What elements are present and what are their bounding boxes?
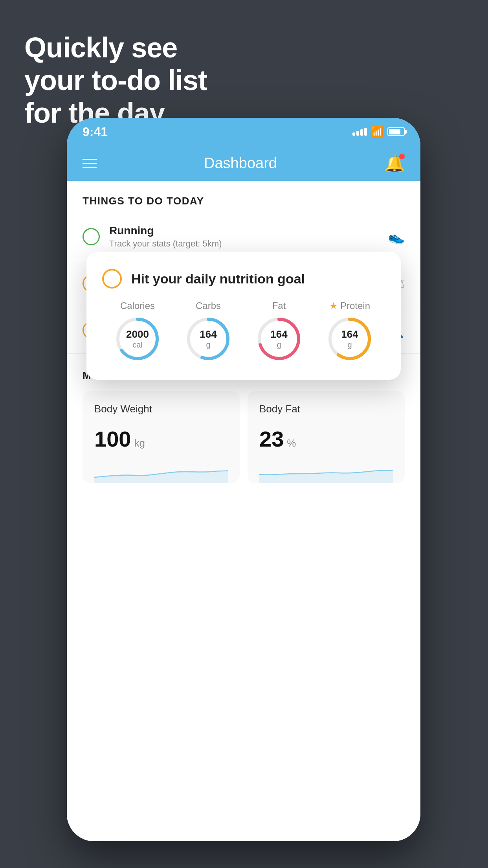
signal-bar-2	[356, 131, 359, 136]
protein-unit: g	[341, 340, 358, 349]
nutrition-fat-circle: 164 g	[255, 315, 303, 362]
headline-line2: your to-do list	[24, 64, 207, 96]
protein-value: 164	[341, 328, 358, 340]
signal-bars-icon	[352, 128, 367, 136]
header-title: Dashboard	[204, 155, 277, 172]
carbs-unit: g	[200, 340, 216, 349]
calories-unit: cal	[126, 340, 149, 349]
wifi-icon: 📶	[371, 126, 383, 138]
progress-card-fat[interactable]: Body Fat 23 %	[248, 391, 405, 483]
progress-card-fat-title: Body Fat	[259, 403, 393, 415]
progress-card-weight-title: Body Weight	[94, 403, 228, 415]
nutrition-calories-label: Calories	[120, 300, 155, 311]
shoe-icon: 👟	[388, 229, 405, 245]
status-time: 9:41	[83, 125, 108, 139]
weight-chart-svg	[94, 460, 228, 483]
progress-weight-unit: kg	[134, 437, 145, 449]
nutrition-card[interactable]: Hit your daily nutrition goal Calories 2…	[86, 252, 401, 380]
nutrition-protein-label-wrap: ★ Protein	[329, 300, 370, 311]
nutrition-carbs-label: Carbs	[196, 300, 221, 311]
nutrition-calories: Calories 2000 cal	[114, 300, 161, 362]
nutrition-circle-check	[102, 269, 122, 289]
protein-circle-text: 164 g	[341, 328, 358, 349]
todo-text-running: Running Track your stats (target: 5km)	[109, 224, 379, 249]
app-header: Dashboard 🔔	[67, 145, 420, 181]
notification-dot	[399, 154, 405, 159]
todo-name-running: Running	[109, 224, 379, 237]
progress-weight-chart	[94, 460, 228, 483]
hamburger-button[interactable]	[83, 159, 97, 168]
todo-circle-running	[83, 228, 100, 245]
nutrition-card-title-row: Hit your daily nutrition goal	[102, 269, 385, 289]
status-bar: 9:41 📶	[67, 118, 420, 145]
carbs-circle-text: 164 g	[200, 328, 216, 349]
phone-mockup: 9:41 📶 Dashboard 🔔 TH	[67, 118, 420, 841]
progress-card-weight[interactable]: Body Weight 100 kg	[83, 391, 240, 483]
progress-fat-chart	[259, 460, 393, 483]
calories-circle-text: 2000 cal	[126, 328, 149, 349]
carbs-value: 164	[200, 328, 216, 340]
todo-sub-running: Track your stats (target: 5km)	[109, 239, 379, 249]
nutrition-protein-label: Protein	[340, 300, 370, 311]
progress-fat-unit: %	[287, 437, 296, 449]
progress-weight-value-row: 100 kg	[94, 426, 228, 452]
fat-chart-svg	[259, 460, 393, 483]
status-icons: 📶	[352, 126, 405, 138]
nutrition-carbs: Carbs 164 g	[185, 300, 232, 362]
nutrition-protein-circle: 164 g	[326, 315, 373, 362]
nutrition-fat: Fat 164 g	[255, 300, 303, 362]
hamburger-line-3	[83, 167, 97, 168]
signal-bar-3	[360, 129, 363, 136]
progress-weight-value: 100	[94, 426, 131, 452]
nutrition-fat-label: Fat	[272, 300, 286, 311]
nutrition-card-title: Hit your daily nutrition goal	[131, 271, 305, 287]
signal-bar-4	[364, 128, 367, 136]
hamburger-line-2	[83, 163, 97, 164]
main-headline: Quickly see your to-do list for the day.	[24, 31, 207, 129]
battery-fill	[389, 129, 400, 134]
battery-icon	[387, 127, 405, 136]
fat-circle-text: 164 g	[270, 328, 287, 349]
hamburger-line-1	[83, 159, 97, 160]
progress-cards: Body Weight 100 kg Body Fat	[83, 391, 405, 483]
things-today-header: THINGS TO DO TODAY	[67, 181, 420, 213]
notification-button[interactable]: 🔔	[384, 154, 405, 173]
nutrition-goals: Calories 2000 cal Carbs	[102, 300, 385, 362]
progress-fat-value-row: 23 %	[259, 426, 393, 452]
fat-value: 164	[270, 328, 287, 340]
headline-line1: Quickly see	[24, 32, 177, 63]
progress-fat-value: 23	[259, 426, 284, 452]
fat-unit: g	[270, 340, 287, 349]
nutrition-calories-circle: 2000 cal	[114, 315, 161, 362]
nutrition-carbs-circle: 164 g	[185, 315, 232, 362]
signal-bar-1	[352, 132, 355, 136]
nutrition-protein: ★ Protein 164 g	[326, 300, 373, 362]
calories-value: 2000	[126, 328, 149, 340]
star-icon: ★	[329, 300, 338, 311]
